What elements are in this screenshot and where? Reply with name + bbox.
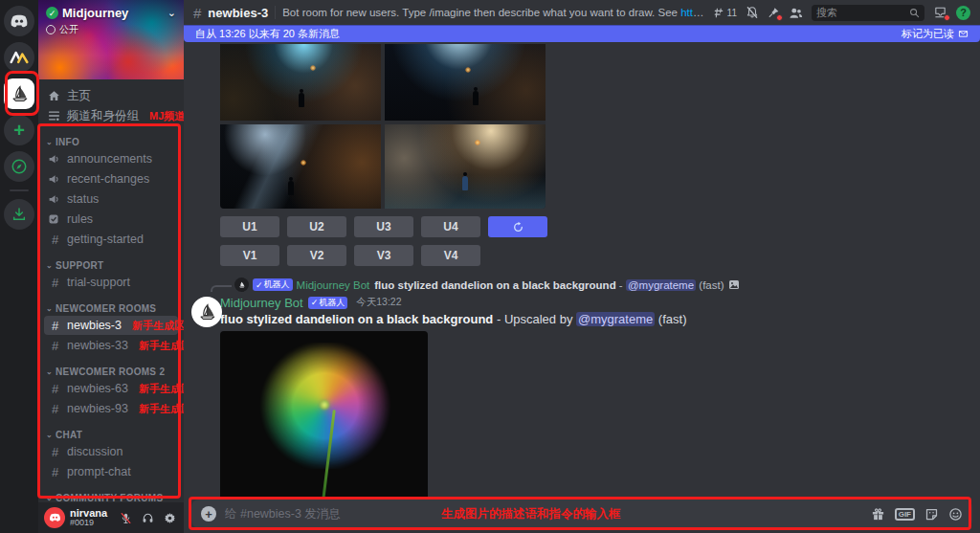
sidebar-item-channels-roles[interactable]: 频道和身份组 MJ频道 <box>44 106 178 125</box>
message-content: fluo stylized dandelion on a black backg… <box>220 312 980 326</box>
channel-discussion[interactable]: # discussion <box>44 442 178 461</box>
channel-trial-support[interactable]: # trial-support <box>44 273 178 292</box>
channel-label: getting-started <box>67 233 144 246</box>
channel-title: newbies-3 <box>208 6 268 20</box>
user-avatar[interactable] <box>44 507 65 528</box>
section-chevron-icon: ⌄ <box>46 431 53 439</box>
inbox-button[interactable] <box>933 6 947 19</box>
attach-plus-button[interactable]: + <box>201 506 216 522</box>
message-mention[interactable]: @mygrateme <box>576 312 655 326</box>
dandelion-image[interactable] <box>220 331 428 497</box>
channel-label: newbies-3 <box>67 319 122 332</box>
channel-newbies-33[interactable]: # newbies-33 新手生成区 <box>44 336 178 355</box>
threads-button[interactable]: 11 <box>712 7 737 19</box>
section-support[interactable]: ⌄ SUPPORT <box>46 260 178 271</box>
sailboat-icon <box>9 83 30 104</box>
message-midjourney-bot: Midjourney Bot ✓机器人 今天13:22 fluo stylize… <box>220 295 980 497</box>
section-info[interactable]: ⌄ INFO <box>46 137 178 147</box>
help-button[interactable]: ? <box>956 6 970 20</box>
reply-content[interactable]: fluo stylized dandelion on a black backg… <box>374 279 724 291</box>
home-button[interactable] <box>4 6 34 36</box>
channel-announcements[interactable]: announcements <box>44 149 178 168</box>
v4-button[interactable]: V4 <box>421 245 480 266</box>
topic-link[interactable]: https://docs.midjourney.com/ <box>680 7 704 18</box>
section-chat[interactable]: ⌄ CHAT <box>46 430 178 440</box>
u3-button[interactable]: U3 <box>354 216 413 237</box>
deafen-button[interactable] <box>139 509 156 526</box>
search-box[interactable] <box>812 5 924 21</box>
globe-icon <box>46 25 56 34</box>
search-input[interactable] <box>816 7 905 18</box>
channel-status[interactable]: status <box>44 189 178 209</box>
annotation-composer-label: 生成图片的描述语和指令的输入框 <box>441 506 621 522</box>
message-input[interactable]: 给 #newbies-3 发消息 生成图片的描述语和指令的输入框 <box>225 506 862 522</box>
section-newcomer-rooms-2[interactable]: ⌄ NEWCOMER ROOMS 2 <box>46 366 178 377</box>
add-server-button[interactable]: + <box>4 115 34 145</box>
emoji-button[interactable] <box>948 507 963 522</box>
section-title: COMMUNITY FORUMS <box>56 493 163 502</box>
download-apps-button[interactable] <box>4 199 34 230</box>
bot-badge: ✓机器人 <box>253 278 293 291</box>
mute-mic-button[interactable] <box>117 509 134 526</box>
section-community-forums[interactable]: ⌄ COMMUNITY FORUMS <box>46 493 178 502</box>
sidebar-item-home[interactable]: 主页 <box>44 86 178 105</box>
rail-divider <box>10 189 29 191</box>
hash-icon: # <box>48 445 62 459</box>
annotation-newbie-zone: 新手生成区 <box>139 402 184 416</box>
channel-rules[interactable]: rules <box>44 210 178 229</box>
channel-newbies-93[interactable]: # newbies-93 新手生成区 <box>44 399 178 418</box>
midjourney-grid-image[interactable] <box>220 44 546 209</box>
bot-avatar[interactable] <box>191 297 222 327</box>
section-newcomer-rooms[interactable]: ⌄ NEWCOMER ROOMS <box>46 303 178 314</box>
server-icon-mj-community[interactable] <box>4 42 34 73</box>
member-list-button[interactable] <box>789 7 803 19</box>
grid-image-2 <box>385 44 546 121</box>
channel-recent-changes[interactable]: recent-changes <box>44 169 178 189</box>
reply-spine <box>211 285 232 292</box>
hash-icon: # <box>48 402 62 416</box>
channel-topic[interactable]: Bot room for new users. Type /imagine th… <box>282 7 704 18</box>
message-author[interactable]: Midjourney Bot <box>220 296 303 310</box>
channel-prompt-chat[interactable]: # prompt-chat <box>44 462 178 481</box>
gif-button[interactable]: GIF <box>895 508 915 521</box>
refresh-icon <box>512 221 524 233</box>
hash-icon: # <box>48 276 62 290</box>
message-header: Midjourney Bot ✓机器人 今天13:22 <box>220 295 980 310</box>
explore-servers-button[interactable] <box>4 151 34 182</box>
upscale-button-row: U1 U2 U3 U4 <box>220 216 980 237</box>
torch-glow <box>310 65 316 71</box>
gift-button[interactable] <box>871 507 885 522</box>
settings-gear-button[interactable] <box>161 509 178 526</box>
unread-indicator <box>38 344 40 347</box>
sticker-button[interactable] <box>924 507 939 522</box>
u2-button[interactable]: U2 <box>287 216 346 237</box>
pinned-messages-button[interactable] <box>768 6 780 19</box>
header-divider <box>275 6 276 19</box>
visibility-label: 公开 <box>59 23 78 36</box>
plus-icon: + <box>13 121 25 140</box>
channel-getting-started[interactable]: # getting-started <box>44 230 178 249</box>
reply-mention[interactable]: @mygrateme <box>626 279 696 291</box>
reroll-button[interactable] <box>488 216 547 237</box>
reply-reference[interactable]: ✓机器人 Midjourney Bot fluo stylized dandel… <box>203 278 980 292</box>
notifications-muted-button[interactable] <box>746 6 759 19</box>
v3-button[interactable]: V3 <box>354 245 413 266</box>
u4-button[interactable]: U4 <box>421 216 480 237</box>
channel-newbies-3[interactable]: # newbies-3 新手生成区 <box>44 316 178 335</box>
server-icon-midjourney[interactable] <box>4 78 34 109</box>
server-header[interactable]: ✓ Midjourney ⌄ <box>38 0 184 20</box>
mark-as-read-button[interactable]: 标记为已读 <box>902 27 969 41</box>
message-composer[interactable]: + 给 #newbies-3 发消息 生成图片的描述语和指令的输入框 GIF <box>191 500 972 528</box>
new-messages-bar[interactable]: 自从 13:26 以来有 20 条新消息 标记为已读 <box>184 25 980 42</box>
m-logo-icon <box>10 51 29 64</box>
user-identity[interactable]: nirvana #0019 <box>70 508 112 528</box>
v1-button[interactable]: V1 <box>220 245 279 266</box>
reply-author[interactable]: Midjourney Bot <box>297 279 370 291</box>
u1-button[interactable]: U1 <box>220 216 279 237</box>
pin-alert-dot <box>776 14 783 21</box>
channel-label: recent-changes <box>67 172 149 186</box>
channel-newbies-63[interactable]: # newbies-63 新手生成区 <box>44 379 178 398</box>
section-title: CHAT <box>56 430 82 440</box>
grid-image-4 <box>385 124 546 209</box>
v2-button[interactable]: V2 <box>287 245 346 266</box>
